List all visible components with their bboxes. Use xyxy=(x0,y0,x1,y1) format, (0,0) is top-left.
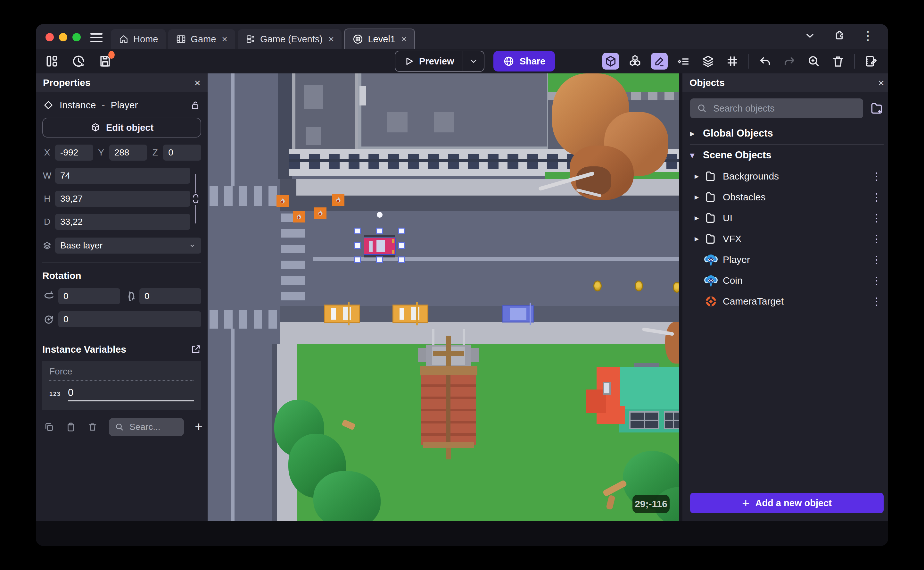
depth-field[interactable] xyxy=(55,214,190,230)
scene-coin[interactable] xyxy=(635,280,643,291)
scene-taxi-car[interactable] xyxy=(324,305,360,323)
close-properties-icon[interactable]: × xyxy=(194,77,200,89)
copy-icon[interactable] xyxy=(44,421,55,432)
selection-handle[interactable] xyxy=(376,228,383,234)
panels-layout-icon[interactable] xyxy=(45,54,59,68)
scene-blue-car[interactable] xyxy=(502,305,534,322)
scene-canvas[interactable]: 29;-116 xyxy=(208,74,679,521)
tab-game-events[interactable]: Game (Events) × xyxy=(238,29,342,49)
save-icon[interactable] xyxy=(98,54,112,68)
rotation-z-field[interactable] xyxy=(58,311,201,327)
width-field[interactable] xyxy=(55,168,190,184)
layers-button[interactable] xyxy=(700,53,716,70)
kebab-menu-icon[interactable]: ⋮ xyxy=(872,295,884,308)
history-icon[interactable] xyxy=(71,54,86,69)
add-folder-icon[interactable] xyxy=(869,101,884,115)
scene-teal-window-grid xyxy=(664,411,679,429)
selection-handle[interactable] xyxy=(354,228,361,234)
selection-handle[interactable] xyxy=(398,242,405,249)
scene-properties-notes-button[interactable] xyxy=(863,53,879,70)
tab-level1[interactable]: Level1 × xyxy=(344,29,415,49)
delete-variable-icon[interactable] xyxy=(87,421,98,432)
scene-taxi-car[interactable] xyxy=(393,305,428,323)
add-new-object-button[interactable]: + Add a new object xyxy=(690,493,884,513)
object-row-player[interactable]: Player ⋮ xyxy=(690,249,884,270)
paste-icon[interactable] xyxy=(66,421,76,432)
tab-game[interactable]: Game × xyxy=(168,29,235,49)
folder-row-obstacles[interactable]: ▸ Obstacles ⋮ xyxy=(690,187,884,207)
open-variables-external-icon[interactable] xyxy=(190,344,201,355)
variables-search[interactable] xyxy=(109,418,184,436)
scene-coin[interactable] xyxy=(593,280,602,291)
close-tab-icon[interactable]: × xyxy=(222,34,228,44)
delete-trash-button[interactable] xyxy=(830,53,846,70)
layer-select[interactable]: Base layer xyxy=(55,238,201,254)
close-tab-icon[interactable]: × xyxy=(328,34,334,44)
preview-dropdown[interactable] xyxy=(463,51,484,71)
objects-search[interactable] xyxy=(690,98,863,118)
height-field[interactable] xyxy=(55,191,190,207)
unlock-icon[interactable] xyxy=(190,100,200,110)
chevron-down-icon[interactable] xyxy=(804,30,816,41)
zoom-in-button[interactable] xyxy=(805,53,822,70)
x-field[interactable] xyxy=(55,145,93,161)
selection-rotate-handle[interactable] xyxy=(377,212,383,218)
group-scene-objects[interactable]: ▾ Scene Objects xyxy=(690,145,884,166)
tab-label: Game (Events) xyxy=(260,34,323,44)
undo-button[interactable] xyxy=(757,53,773,70)
variables-search-input[interactable] xyxy=(129,421,178,432)
redo-button[interactable] xyxy=(781,53,798,70)
rotation-y-field[interactable] xyxy=(139,288,201,304)
folder-row-ui[interactable]: ▸ UI ⋮ xyxy=(690,207,884,228)
kebab-menu-icon[interactable]: ⋮ xyxy=(872,233,884,245)
kebab-menu-icon[interactable]: ⋮ xyxy=(872,212,884,224)
y-field[interactable] xyxy=(109,145,147,161)
scene-obstacle-crate[interactable] xyxy=(332,194,344,206)
objects-cubes-button[interactable] xyxy=(627,53,643,70)
extensions-puzzle-icon[interactable] xyxy=(832,29,845,42)
close-tab-icon[interactable]: × xyxy=(401,34,407,44)
edit-mode-pencil-button[interactable] xyxy=(651,53,668,70)
link-line xyxy=(195,174,196,193)
close-window-button[interactable] xyxy=(46,33,54,41)
objects-search-input[interactable] xyxy=(713,103,857,114)
toggle-3d-view-button[interactable] xyxy=(602,53,619,70)
scene-obstacle-crate[interactable] xyxy=(293,211,305,222)
variable-value-field[interactable]: 0 xyxy=(68,387,194,401)
selection-handle[interactable] xyxy=(398,256,405,263)
selection-handle[interactable] xyxy=(398,228,405,234)
edit-object-button[interactable]: Edit object xyxy=(42,118,201,138)
edit-object-label: Edit object xyxy=(106,123,153,133)
share-button[interactable]: Share xyxy=(493,51,555,72)
selection-handle[interactable] xyxy=(354,242,361,249)
menu-hamburger-icon[interactable] xyxy=(90,33,102,42)
rotation-x-field[interactable] xyxy=(58,288,120,304)
z-field[interactable] xyxy=(163,145,201,161)
grid-button[interactable] xyxy=(724,53,741,70)
folder-row-backgrounds[interactable]: ▸ Backgrounds ⋮ xyxy=(690,166,884,187)
scene-coin[interactable] xyxy=(673,282,679,293)
kebab-menu-icon[interactable]: ⋮ xyxy=(862,29,874,43)
scene-player-car-selected[interactable] xyxy=(363,238,396,255)
preview-button[interactable]: Preview xyxy=(395,51,484,72)
scene-obstacle-crate[interactable] xyxy=(276,195,289,207)
add-variable-button[interactable]: + xyxy=(195,419,203,435)
minimize-window-button[interactable] xyxy=(59,33,67,41)
close-objects-icon[interactable]: × xyxy=(878,77,884,89)
kebab-menu-icon[interactable]: ⋮ xyxy=(872,254,884,266)
kebab-menu-icon[interactable]: ⋮ xyxy=(872,274,884,287)
kebab-menu-icon[interactable]: ⋮ xyxy=(872,170,884,182)
selection-handle[interactable] xyxy=(376,256,383,263)
tab-home[interactable]: Home xyxy=(111,29,166,49)
group-global-objects[interactable]: ▸ Global Objects xyxy=(690,123,884,144)
selection-handle[interactable] xyxy=(354,256,361,263)
variable-name[interactable]: Force xyxy=(49,366,194,380)
maximize-window-button[interactable] xyxy=(72,33,81,41)
kebab-menu-icon[interactable]: ⋮ xyxy=(872,191,884,203)
instances-list-button[interactable] xyxy=(675,53,692,70)
scene-obstacle-crate[interactable] xyxy=(314,207,327,219)
object-row-cameratarget[interactable]: CameraTarget ⋮ xyxy=(690,291,884,312)
folder-row-vfx[interactable]: ▸ VFX ⋮ xyxy=(690,228,884,249)
object-row-coin[interactable]: Coin ⋮ xyxy=(690,270,884,291)
link-dimensions-icon[interactable] xyxy=(192,194,200,204)
